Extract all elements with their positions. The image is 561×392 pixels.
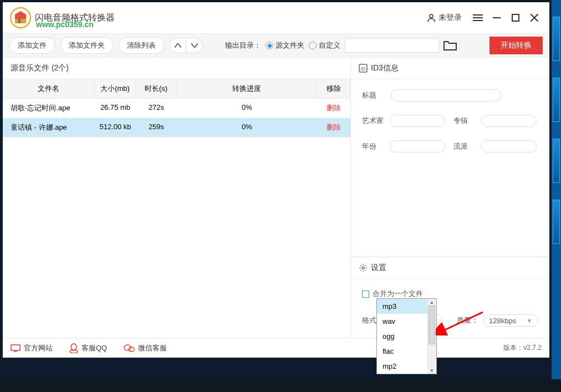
quality-dropdown[interactable]: 128kbps ▼ bbox=[483, 314, 538, 327]
login-label: 未登录 bbox=[438, 13, 462, 23]
cell-progress: 0% bbox=[177, 118, 317, 137]
cell-filename: 胡歌-忘记时间.ape bbox=[3, 99, 95, 118]
output-label: 输出目录： bbox=[225, 40, 261, 50]
delete-button[interactable]: 删除 bbox=[317, 99, 350, 118]
titlebar: 闪电音频格式转换器 www.pc0359.cn 未登录 bbox=[3, 2, 549, 33]
radio-icon bbox=[309, 42, 317, 49]
qq-icon bbox=[69, 343, 78, 353]
svg-text:ID: ID bbox=[361, 66, 366, 72]
cell-size: 26.75 mb bbox=[95, 99, 136, 118]
title-label: 标题 bbox=[362, 90, 384, 100]
add-folder-button[interactable]: 添加文件夹 bbox=[60, 37, 113, 54]
maximize-icon bbox=[512, 14, 519, 22]
col-duration: 时长(s) bbox=[136, 79, 177, 98]
cell-progress: 0% bbox=[177, 99, 317, 118]
format-dropdown-list: mp3 wav ogg flac mp2 ▲ ▼ bbox=[376, 298, 437, 374]
cell-duration: 259s bbox=[136, 118, 177, 137]
settings-header: 设置 bbox=[351, 257, 549, 279]
login-button[interactable]: 未登录 bbox=[421, 11, 467, 25]
close-button[interactable] bbox=[526, 9, 543, 26]
radio-custom-folder[interactable]: 自定义 bbox=[309, 40, 340, 50]
col-progress: 转换进度 bbox=[177, 79, 317, 98]
file-panel-header: 源音乐文件 (2个) bbox=[3, 58, 350, 79]
svg-point-16 bbox=[71, 344, 76, 350]
browse-folder-icon[interactable] bbox=[443, 40, 457, 51]
delete-button[interactable]: 删除 bbox=[317, 118, 350, 137]
radio-source-folder[interactable]: 源文件夹 bbox=[266, 40, 304, 50]
move-up-button[interactable] bbox=[170, 38, 186, 53]
title-input[interactable] bbox=[391, 89, 502, 101]
id3-header: ID ID3信息 bbox=[351, 58, 549, 79]
right-panel: ID ID3信息 标题 艺术家 专辑 年份 流派 bbox=[351, 58, 549, 338]
qq-support-link[interactable]: 客服QQ bbox=[69, 343, 107, 353]
album-input[interactable] bbox=[481, 115, 537, 127]
add-file-button[interactable]: 添加文件 bbox=[9, 37, 55, 54]
footer: 官方网站 客服QQ 微信客服 版本：v2.7.2 bbox=[3, 338, 549, 358]
official-site-link[interactable]: 官方网站 bbox=[11, 343, 53, 353]
wechat-label: 微信客服 bbox=[138, 343, 167, 353]
svg-rect-14 bbox=[11, 345, 20, 350]
table-header: 文件名 大小(mb) 时长(s) 转换进度 移除 bbox=[3, 79, 350, 99]
output-path-input[interactable] bbox=[345, 38, 439, 53]
wechat-support-link[interactable]: 微信客服 bbox=[124, 343, 167, 353]
artist-input[interactable] bbox=[390, 115, 445, 127]
scroll-up-icon: ▲ bbox=[427, 299, 436, 306]
quality-label: 质量： bbox=[457, 315, 478, 325]
app-logo-icon bbox=[9, 7, 32, 29]
radio-icon bbox=[266, 42, 273, 49]
watermark-text: www.pc0359.cn bbox=[36, 20, 94, 29]
chevron-down-icon bbox=[191, 43, 198, 48]
gear-icon bbox=[359, 263, 368, 272]
year-label: 年份 bbox=[362, 141, 384, 151]
chevron-up-icon bbox=[175, 43, 181, 48]
id-icon: ID bbox=[359, 64, 368, 73]
quality-value: 128kbps bbox=[489, 317, 516, 325]
qq-label: 客服QQ bbox=[81, 343, 107, 353]
start-convert-button[interactable]: 开始转换 bbox=[489, 37, 543, 54]
artist-label: 艺术家 bbox=[362, 116, 384, 126]
svg-point-13 bbox=[362, 267, 364, 269]
app-window: 闪电音频格式转换器 www.pc0359.cn 未登录 添加文件 添加文件夹 清… bbox=[3, 2, 549, 358]
col-size: 大小(mb) bbox=[95, 79, 136, 98]
genre-input[interactable] bbox=[481, 140, 537, 152]
id3-header-label: ID3信息 bbox=[371, 63, 399, 73]
checkbox-icon bbox=[362, 291, 369, 298]
dropdown-arrow-icon: ▼ bbox=[527, 318, 532, 324]
scroll-down-icon: ▼ bbox=[427, 367, 436, 374]
menu-button[interactable] bbox=[470, 9, 486, 26]
merge-label: 合并为一个文件 bbox=[373, 289, 423, 299]
svg-point-19 bbox=[129, 347, 134, 352]
cell-filename: 童话镇 - 许娜.ape bbox=[3, 118, 95, 137]
dropdown-scrollbar[interactable]: ▲ ▼ bbox=[427, 299, 436, 374]
maximize-button[interactable] bbox=[507, 9, 524, 26]
toolbar: 添加文件 添加文件夹 清除列表 输出目录： 源文件夹 自定义 开始转换 bbox=[3, 33, 549, 58]
genre-label: 流派 bbox=[453, 141, 476, 151]
svg-rect-8 bbox=[512, 14, 519, 21]
cell-size: 512.00 kb bbox=[95, 118, 136, 137]
site-label: 官方网站 bbox=[24, 343, 53, 353]
version-text: 版本：v2.7.2 bbox=[503, 343, 542, 353]
move-down-button[interactable] bbox=[186, 38, 203, 53]
radio-custom-label: 自定义 bbox=[319, 40, 340, 50]
minimize-icon bbox=[493, 14, 501, 22]
minimize-button[interactable] bbox=[488, 9, 505, 26]
svg-rect-2 bbox=[18, 19, 21, 23]
monitor-icon bbox=[11, 344, 21, 352]
wechat-icon bbox=[124, 344, 135, 353]
clear-list-button[interactable]: 清除列表 bbox=[119, 37, 164, 54]
settings-header-label: 设置 bbox=[371, 263, 386, 273]
hamburger-icon bbox=[473, 14, 483, 22]
file-list-panel: 源音乐文件 (2个) 文件名 大小(mb) 时长(s) 转换进度 移除 胡歌-忘… bbox=[3, 58, 351, 338]
cell-duration: 272s bbox=[136, 99, 177, 118]
table-row[interactable]: 童话镇 - 许娜.ape 512.00 kb 259s 0% 删除 bbox=[3, 118, 350, 138]
col-filename: 文件名 bbox=[3, 79, 95, 98]
scrollbar-thumb[interactable] bbox=[429, 306, 435, 344]
album-label: 专辑 bbox=[453, 116, 476, 126]
close-icon bbox=[531, 14, 538, 22]
col-remove: 移除 bbox=[317, 79, 350, 98]
radio-source-label: 源文件夹 bbox=[276, 40, 304, 50]
user-icon bbox=[426, 13, 436, 23]
svg-point-3 bbox=[430, 14, 433, 18]
table-row[interactable]: 胡歌-忘记时间.ape 26.75 mb 272s 0% 删除 bbox=[3, 99, 350, 118]
year-input[interactable] bbox=[390, 140, 445, 152]
